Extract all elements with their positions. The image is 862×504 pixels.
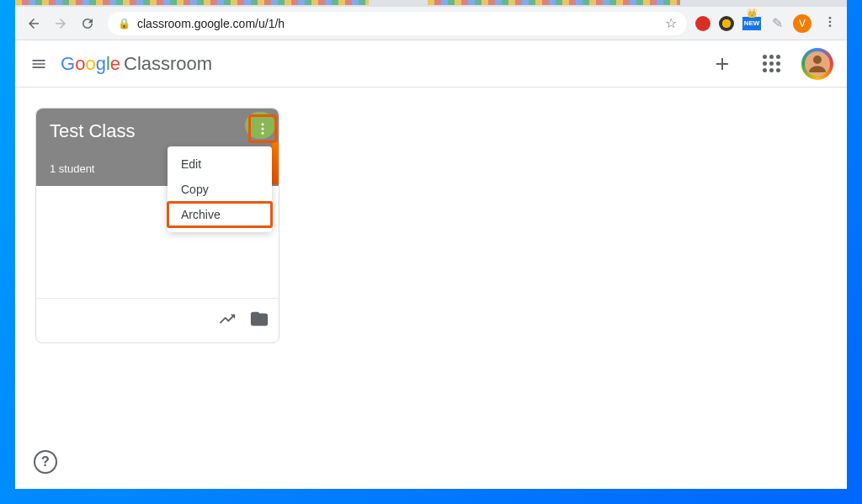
app-content: Google Classroom Test Class 1 student xyxy=(15,40,847,489)
account-button[interactable] xyxy=(801,48,833,80)
svg-point-3 xyxy=(262,123,264,125)
reload-button[interactable] xyxy=(76,12,99,35)
create-class-button[interactable] xyxy=(704,45,741,82)
svg-point-2 xyxy=(829,24,832,27)
dots-vertical-icon xyxy=(823,15,837,29)
main-menu-button[interactable] xyxy=(29,54,49,74)
dots-vertical-icon xyxy=(255,121,270,136)
class-options-button[interactable] xyxy=(248,114,277,143)
gradebook-button[interactable] xyxy=(218,310,237,332)
menu-item-edit[interactable]: Edit xyxy=(168,151,272,177)
browser-toolbar: 🔒 classroom.google.com/u/1/h ☆ NEW ✎ V xyxy=(15,7,847,40)
help-icon: ? xyxy=(41,454,50,470)
browser-tab-strip[interactable] xyxy=(15,0,847,7)
extension-icon[interactable] xyxy=(719,16,734,31)
classes-grid: Test Class 1 student Edit Copy Archive xyxy=(15,88,847,489)
svg-point-5 xyxy=(262,132,264,135)
class-title: Test Class xyxy=(50,120,265,142)
avatar-icon xyxy=(803,50,832,78)
folder-button[interactable] xyxy=(250,310,269,332)
svg-point-4 xyxy=(262,128,264,130)
svg-point-0 xyxy=(829,17,832,19)
apps-grid-icon xyxy=(763,55,780,72)
svg-point-1 xyxy=(829,20,832,23)
extension-new-badge[interactable]: NEW xyxy=(742,17,761,30)
hamburger-icon xyxy=(30,56,47,72)
menu-item-archive[interactable]: Archive xyxy=(168,202,272,227)
app-header: Google Classroom xyxy=(15,40,847,88)
card-decoration xyxy=(272,142,279,184)
trending-up-icon xyxy=(218,310,237,328)
star-icon[interactable]: ☆ xyxy=(665,15,677,31)
browser-window: 🔒 classroom.google.com/u/1/h ☆ NEW ✎ V G… xyxy=(15,0,847,489)
plus-icon xyxy=(712,54,732,74)
google-apps-button[interactable] xyxy=(753,45,790,82)
class-card[interactable]: Test Class 1 student Edit Copy Archive xyxy=(35,108,279,343)
folder-icon xyxy=(250,310,269,328)
browser-menu-icon[interactable] xyxy=(820,15,840,32)
arrow-left-icon xyxy=(26,16,41,31)
reload-icon xyxy=(80,16,95,31)
extension-icon[interactable] xyxy=(695,16,710,31)
lock-icon: 🔒 xyxy=(118,18,130,29)
extensions-bar: NEW ✎ V xyxy=(695,14,840,33)
extension-icon[interactable]: ✎ xyxy=(769,16,785,31)
app-name: Classroom xyxy=(124,53,212,75)
class-options-menu: Edit Copy Archive xyxy=(168,146,272,232)
url-text: classroom.google.com/u/1/h xyxy=(137,17,285,30)
app-logo[interactable]: Google Classroom xyxy=(61,53,212,75)
arrow-right-icon xyxy=(53,16,68,31)
menu-item-copy[interactable]: Copy xyxy=(168,177,272,202)
profile-avatar-small[interactable]: V xyxy=(793,14,811,33)
address-bar[interactable]: 🔒 classroom.google.com/u/1/h ☆ xyxy=(108,12,687,35)
class-card-header[interactable]: Test Class 1 student Edit Copy Archive xyxy=(36,109,279,186)
back-button[interactable] xyxy=(22,12,45,35)
help-button[interactable]: ? xyxy=(34,450,57,474)
forward-button xyxy=(49,12,72,35)
class-card-footer xyxy=(36,299,279,342)
